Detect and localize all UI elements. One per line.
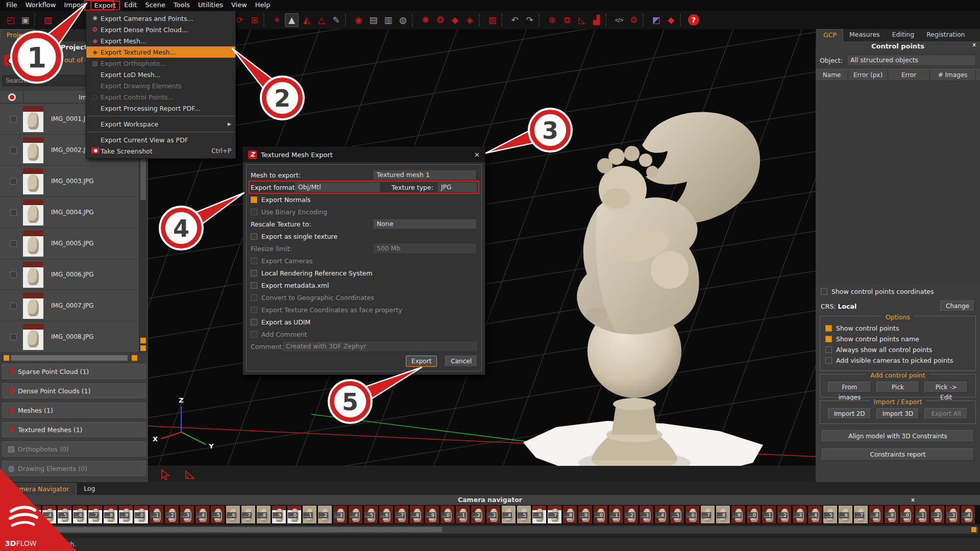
- menu-item-export-workspace[interactable]: Export Workspace▶: [86, 118, 235, 130]
- camera-thumbnail[interactable]: ...4: [654, 505, 669, 524]
- tab-gcp[interactable]: GCP: [817, 29, 843, 41]
- scroll-right-button[interactable]: [971, 527, 976, 532]
- checkbox[interactable]: [251, 282, 257, 289]
- camera-thumbnail[interactable]: ...4: [961, 505, 975, 524]
- camera-thumbnail[interactable]: ...2: [164, 505, 179, 524]
- scroll-button[interactable]: [140, 338, 146, 343]
- tab-editing[interactable]: Editing: [886, 29, 921, 41]
- checkbox[interactable]: [825, 346, 832, 353]
- column-header-1[interactable]: Error (px): [848, 69, 888, 81]
- camera-thumbnail[interactable]: ...0: [440, 505, 455, 524]
- camera-thumbnail[interactable]: ...4: [807, 505, 822, 524]
- checkbox[interactable]: [825, 357, 832, 364]
- tab-registration[interactable]: Registration: [920, 29, 971, 41]
- menu-tools[interactable]: Tools: [169, 1, 194, 10]
- menu-export[interactable]: Export: [90, 1, 120, 10]
- camera-thumbnail[interactable]: ...7: [88, 505, 103, 524]
- menu-edit[interactable]: Edit: [120, 1, 141, 10]
- category-drawing-elements[interactable]: ◍Drawing Elements (0): [2, 461, 146, 476]
- menu-view[interactable]: View: [227, 1, 251, 10]
- button-import-3d[interactable]: Import 3D: [876, 408, 920, 419]
- image-list-row[interactable]: IMG_0004.JPG: [0, 197, 139, 228]
- change-crs-button[interactable]: Change: [940, 300, 975, 312]
- texture-type-select[interactable]: JPG: [437, 182, 477, 192]
- masquerade-icon[interactable]: ◩: [649, 13, 663, 27]
- camera-thumbnail[interactable]: ...5: [210, 505, 225, 524]
- camera-thumbnail[interactable]: ...1: [915, 505, 929, 524]
- category-textured-mesh[interactable]: ◈Textured Meshes (1): [2, 422, 146, 437]
- camera-thumbnail[interactable]: ...5: [823, 505, 838, 524]
- button-constraints-report[interactable]: Constraints report: [822, 448, 974, 461]
- camera-thumbnail[interactable]: ...7: [700, 505, 715, 524]
- zephyr-tools-icon[interactable]: ◆: [664, 13, 678, 27]
- camera-thumbnail[interactable]: ...7: [853, 505, 868, 524]
- checkbox[interactable]: [251, 233, 257, 240]
- camera-thumbnail[interactable]: ...0: [593, 505, 608, 524]
- camera-thumbnail[interactable]: ...1: [455, 505, 470, 524]
- camera-thumbnail[interactable]: ...3: [333, 505, 348, 524]
- measure-angle-icon[interactable]: [184, 469, 196, 480]
- camera-thumbnail[interactable]: ...6: [226, 505, 240, 524]
- image-list-row[interactable]: IMG_0003.JPG: [0, 166, 139, 197]
- camera-thumbnail[interactable]: ...6: [379, 505, 394, 524]
- camera-thumbnail[interactable]: ...1: [608, 505, 623, 524]
- menu-item-export-processing-report-pdf-[interactable]: Export Processing Report PDF...: [86, 103, 235, 114]
- camera-thumbnail[interactable]: ...6: [838, 505, 853, 524]
- checkbox[interactable]: [251, 258, 257, 264]
- checkbox[interactable]: [251, 294, 257, 301]
- mesh-icon[interactable]: ◆: [448, 13, 462, 27]
- image-list-row[interactable]: IMG_0007.JPG: [0, 290, 139, 321]
- open-project-icon[interactable]: ◰: [4, 13, 17, 27]
- camera-thumbnail[interactable]: ...4: [348, 505, 363, 524]
- measure-icon[interactable]: ◺: [575, 13, 589, 27]
- camera-thumbnail[interactable]: ...3: [486, 505, 501, 524]
- camera-thumbnail[interactable]: ...2: [624, 505, 639, 524]
- menu-item-export-cameras-and-points-[interactable]: ✺Export Cameras and Points...: [86, 13, 235, 24]
- cancel-button[interactable]: Cancel: [445, 356, 477, 367]
- control-points-table[interactable]: [816, 81, 980, 285]
- close-panel-icon[interactable]: x: [972, 41, 976, 48]
- column-header-3[interactable]: # Images: [930, 69, 976, 81]
- camera-thumbnail[interactable]: ...7: [394, 505, 409, 524]
- undo-icon[interactable]: ↶: [508, 13, 522, 27]
- menu-item-export-mesh-[interactable]: ◆Export Mesh...: [86, 35, 235, 46]
- camera-thumbnail[interactable]: ...4: [42, 505, 57, 524]
- scroll-button[interactable]: [140, 345, 146, 351]
- export-format-select[interactable]: Obj/Mtl: [295, 182, 380, 192]
- camera-thumbnail[interactable]: ...9: [425, 505, 439, 524]
- notes-page-icon[interactable]: ▥: [381, 13, 395, 27]
- camera-thumbnail[interactable]: ...8: [716, 505, 730, 524]
- camera-thumbnail[interactable]: ...3: [792, 505, 807, 524]
- image-list-row[interactable]: IMG_0005.JPG: [0, 228, 139, 259]
- button-align-model-with-3d-constraints[interactable]: Align model with 3D Constraints: [822, 430, 974, 442]
- checkbox[interactable]: [825, 325, 832, 332]
- image-checkbox[interactable]: [10, 178, 17, 185]
- menu-item-take-screenshot[interactable]: Take ScreenshotCtrl+P: [86, 145, 235, 157]
- camera-thumbnail[interactable]: ...3: [180, 505, 194, 524]
- image-checkbox[interactable]: [10, 116, 17, 122]
- camera-thumbnail[interactable]: ...8: [256, 505, 271, 524]
- camera-thumbnail[interactable]: ...9: [118, 505, 133, 524]
- column-header-2[interactable]: Error: [888, 69, 930, 81]
- tab-measures[interactable]: Measures: [843, 29, 886, 41]
- camera-thumbnail[interactable]: ...2: [930, 505, 945, 524]
- help-icon[interactable]: ?: [688, 14, 699, 26]
- tab-project[interactable]: Project: [0, 29, 35, 41]
- image-checkbox[interactable]: [10, 303, 17, 309]
- camera-thumbnail[interactable]: ...4: [195, 505, 210, 524]
- menu-item-export-control-points-[interactable]: ◌Export Control Points...: [86, 91, 235, 103]
- sparse-cloud-icon[interactable]: ✺: [419, 13, 432, 27]
- select-cursor-icon[interactable]: [160, 469, 172, 480]
- navigator-scrollbar[interactable]: [2, 526, 978, 534]
- camera-thumbnail[interactable]: ...0: [134, 505, 149, 524]
- lighting-icon[interactable]: ☀: [270, 13, 284, 27]
- object-select[interactable]: All structured objects: [847, 55, 976, 66]
- field-select[interactable]: Textured mesh 1: [373, 170, 476, 180]
- column-header-0[interactable]: Name: [816, 69, 848, 81]
- checkbox[interactable]: [251, 331, 257, 338]
- tab-n[interactable]: N: [35, 29, 52, 41]
- menu-item-export-orthophoto-[interactable]: ▨Export Orthophoto...: [86, 58, 235, 69]
- camera-thumbnail[interactable]: ...7: [547, 505, 562, 524]
- button-pick-edit[interactable]: Pick -> Edit: [924, 382, 968, 393]
- image-list-row[interactable]: IMG_0008.JPG: [0, 321, 139, 353]
